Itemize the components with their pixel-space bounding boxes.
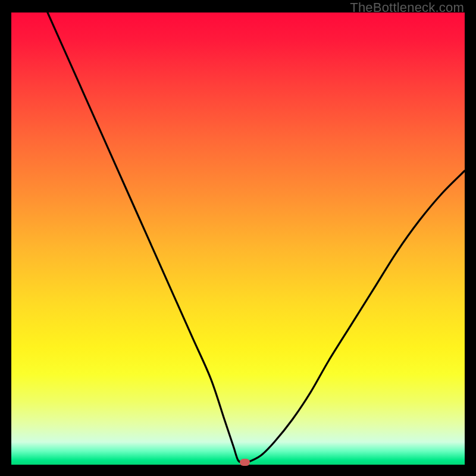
- optimum-marker: [240, 459, 250, 466]
- chart-frame: TheBottleneck.com: [0, 0, 476, 476]
- plot-area: [11, 12, 465, 465]
- bottleneck-curve: [11, 12, 465, 465]
- watermark-text: TheBottleneck.com: [350, 0, 464, 15]
